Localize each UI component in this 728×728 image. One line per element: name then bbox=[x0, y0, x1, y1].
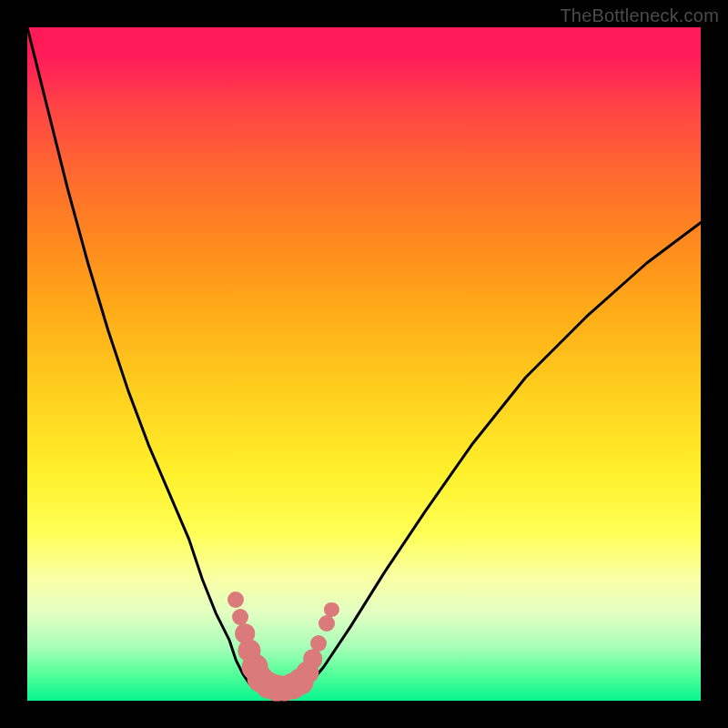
bottleneck-curve bbox=[27, 27, 701, 692]
marker-dot bbox=[303, 649, 323, 669]
marker-dot bbox=[318, 615, 335, 632]
marker-dot bbox=[310, 635, 327, 652]
chart-root: TheBottleneck.com bbox=[0, 0, 728, 728]
marker-dot bbox=[232, 609, 248, 625]
curve-layer bbox=[27, 27, 701, 701]
watermark-text: TheBottleneck.com bbox=[560, 5, 719, 26]
plot-area bbox=[27, 27, 701, 701]
marker-dot bbox=[228, 592, 244, 608]
